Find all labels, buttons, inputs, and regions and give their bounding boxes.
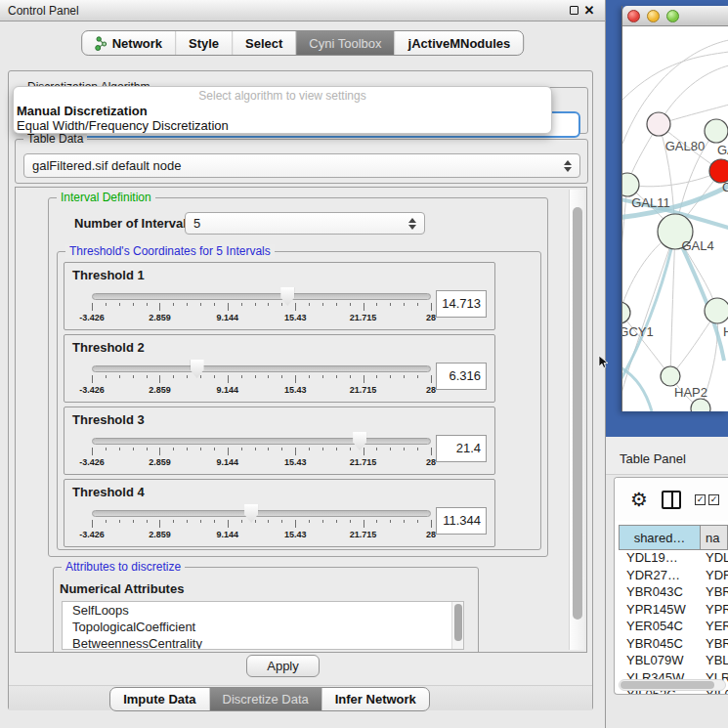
column-header-name[interactable]: na — [701, 525, 728, 550]
tick-mark — [159, 520, 160, 528]
tick-mark — [187, 375, 188, 378]
tab-discretize-data[interactable]: Discretize Data — [210, 688, 322, 710]
numerical-attributes-list[interactable]: SelfLoopsTopologicalCoefficientBetweenne… — [62, 601, 464, 650]
threshold-value-field[interactable]: 11.344 — [436, 507, 487, 535]
gear-icon[interactable]: ⚙ — [630, 490, 648, 509]
tick-mark — [417, 375, 418, 378]
table-row[interactable]: YBL079WYBL0 — [619, 653, 728, 670]
network-edge[interactable] — [627, 171, 721, 187]
float-button[interactable] — [566, 4, 581, 18]
group-title: Interval Definition — [57, 191, 155, 204]
tick-mark — [255, 520, 256, 523]
network-edge[interactable] — [622, 52, 728, 100]
threshold-value-field[interactable]: 6.316 — [436, 363, 487, 390]
cell-name[interactable]: YDL1 — [701, 550, 728, 568]
cell-name[interactable]: YDR2 — [701, 568, 728, 585]
tick-mark — [92, 375, 93, 383]
tick-label: 2.859 — [149, 530, 171, 539]
close-traffic-light-icon[interactable] — [627, 10, 640, 22]
tick-mark — [255, 448, 256, 450]
checkbox-icon: ✓ — [708, 494, 719, 505]
tab-network[interactable]: Network — [82, 31, 176, 55]
threshold-slider[interactable]: -3.4262.8599.14415.4321.71528 — [92, 359, 431, 402]
table-row[interactable]: YBR043CYBR0 — [619, 584, 728, 602]
tick-mark — [173, 448, 174, 450]
cell-name[interactable]: YER0 — [701, 619, 728, 636]
attribute-list-item[interactable]: TopologicalCoefficient — [63, 619, 463, 635]
column-select-buttons[interactable]: ✓ ✓ — [695, 494, 719, 505]
slider-track[interactable] — [92, 365, 431, 372]
tab-infer-network[interactable]: Infer Network — [322, 688, 429, 710]
column-header-shared-name[interactable]: shared… — [619, 525, 701, 550]
cell-shared-name[interactable]: YDR27… — [619, 568, 701, 585]
panel-scrollbar[interactable] — [569, 190, 584, 650]
tick-mark — [228, 448, 229, 455]
cell-name[interactable]: YPR1 — [701, 602, 728, 620]
cell-shared-name[interactable]: YBL079W — [619, 653, 701, 670]
cell-name[interactable]: YBR0 — [701, 636, 728, 654]
attribute-list-item[interactable]: SelfLoops — [63, 602, 463, 619]
zoom-traffic-light-icon[interactable] — [666, 10, 679, 22]
threshold-slider[interactable]: -3.4262.8599.14415.4321.71528 — [92, 286, 431, 329]
tab-style[interactable]: Style — [176, 31, 233, 55]
table-data-combobox[interactable]: galFiltered.sif default node — [23, 153, 580, 178]
list-scrollbar-thumb[interactable] — [454, 604, 462, 641]
number-of-intervals-combobox[interactable]: 5 — [185, 212, 425, 235]
tick-label: 2.859 — [149, 313, 171, 322]
panel-scrollbar-thumb[interactable] — [573, 207, 582, 620]
tab-cyni-toolbox[interactable]: Cyni Toolbox — [296, 31, 395, 55]
cell-shared-name[interactable]: YPR145W — [619, 602, 701, 620]
cell-name[interactable]: YBR0 — [701, 584, 728, 602]
tick-mark — [295, 448, 296, 455]
cell-shared-name[interactable]: YER054C — [619, 619, 701, 636]
slider-track[interactable] — [92, 510, 431, 517]
cell-name[interactable]: YBL0 — [701, 653, 728, 670]
tick-label: 9.144 — [217, 457, 239, 467]
cell-shared-name[interactable]: YBR045C — [619, 636, 701, 654]
tick-label: -3.426 — [79, 457, 105, 467]
slider-track[interactable] — [92, 438, 431, 445]
table-row[interactable]: YPR145WYPR1 — [619, 602, 728, 620]
dropdown-option-manual-discretization[interactable]: Manual Discretization — [14, 104, 551, 118]
tick-mark — [431, 303, 432, 311]
table-row[interactable]: YER054CYER0 — [619, 619, 728, 636]
cell-shared-name[interactable]: YBR043C — [619, 584, 701, 602]
tick-mark — [350, 303, 351, 306]
threshold-value-field[interactable]: 14.713 — [436, 290, 487, 318]
network-canvas[interactable]: GAL80GACGAL11GAL4GCY1HHAP2 — [622, 26, 728, 411]
network-node[interactable] — [691, 399, 710, 411]
cell-shared-name[interactable]: YDL19… — [619, 550, 701, 568]
table-horizontal-scrollbar-thumb[interactable] — [621, 681, 714, 689]
table-horizontal-scrollbar[interactable] — [619, 679, 726, 691]
dropdown-option-equal-width-frequency[interactable]: Equal Width/Frequency Discretization — [14, 118, 551, 133]
threshold-slider[interactable]: -3.4262.8599.14415.4321.71528 — [92, 431, 431, 474]
tab-jactivemnodules[interactable]: jActiveMNodules — [396, 31, 524, 55]
split-view-icon[interactable] — [662, 491, 681, 509]
threshold-value-field[interactable]: 21.4 — [436, 435, 487, 462]
network-node[interactable] — [647, 112, 670, 136]
threshold-slider[interactable]: -3.4262.8599.14415.4321.71528 — [92, 503, 431, 546]
apply-button[interactable]: Apply — [246, 655, 320, 677]
network-node[interactable] — [622, 302, 630, 323]
network-node[interactable] — [705, 119, 728, 143]
network-edge[interactable] — [659, 65, 728, 124]
tab-impute-data[interactable]: Impute Data — [110, 688, 209, 710]
slider-track[interactable] — [92, 293, 431, 300]
network-graph[interactable]: GAL80GACGAL11GAL4GCY1HHAP2 — [622, 26, 728, 411]
network-window-titlebar — [622, 6, 728, 26]
list-scrollbar[interactable] — [451, 602, 463, 649]
node-label: GCY1 — [622, 324, 654, 339]
attribute-list-item[interactable]: BetweennessCentrality — [63, 635, 463, 650]
slider-ticks — [92, 448, 431, 455]
tick-mark — [309, 448, 310, 450]
network-node[interactable] — [705, 298, 728, 323]
threshold-label: Threshold 4 — [72, 485, 145, 499]
minimize-traffic-light-icon[interactable] — [647, 10, 660, 22]
table-row[interactable]: YBR045CYBR0 — [619, 636, 728, 654]
network-edge[interactable] — [622, 364, 652, 411]
table-row[interactable]: YDR27…YDR2 — [619, 568, 728, 585]
network-node[interactable] — [661, 366, 680, 386]
tab-select[interactable]: Select — [233, 31, 296, 55]
close-button[interactable]: ✕ — [581, 3, 597, 18]
table-row[interactable]: YDL19…YDL1 — [619, 550, 728, 568]
